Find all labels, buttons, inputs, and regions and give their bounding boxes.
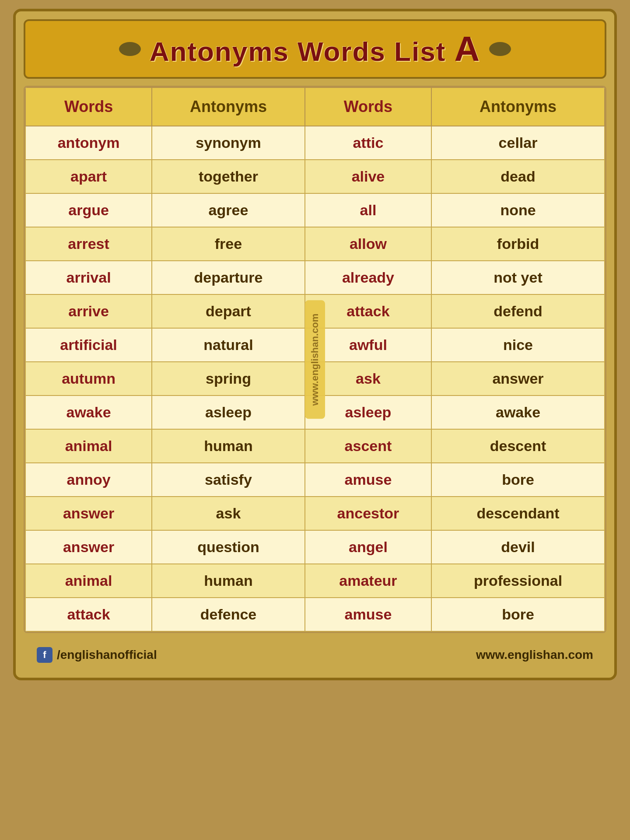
cell-10-3: bore: [431, 463, 605, 497]
footer-website: www.englishan.com: [476, 648, 593, 662]
col-header-words2: Words: [305, 88, 431, 126]
social-handle: /englishanofficial: [57, 648, 157, 662]
cell-8-1: asleep: [152, 396, 305, 429]
cell-3-2: allow: [305, 227, 431, 261]
cell-12-0: answer: [25, 530, 152, 564]
cell-7-3: answer: [431, 362, 605, 396]
cell-2-2: all: [305, 193, 431, 227]
cell-9-2: ascent: [305, 429, 431, 463]
cell-10-1: satisfy: [152, 463, 305, 497]
table-row: autumnspringaskanswer: [25, 362, 605, 396]
cell-2-0: argue: [25, 193, 152, 227]
cell-4-1: departure: [152, 261, 305, 294]
cell-3-1: free: [152, 227, 305, 261]
cell-12-3: devil: [431, 530, 605, 564]
cell-7-2: ask: [305, 362, 431, 396]
cell-0-1: synonym: [152, 126, 305, 160]
cell-13-3: professional: [431, 564, 605, 598]
footer: f /englishanofficial www.englishan.com: [24, 640, 606, 670]
cell-0-0: antonym: [25, 126, 152, 160]
footer-left: f /englishanofficial: [37, 647, 157, 663]
cell-6-3: nice: [431, 328, 605, 362]
table-row: argueagreeallnone: [25, 193, 605, 227]
cell-8-3: awake: [431, 396, 605, 429]
table-wrapper: www.englishan.com Words Antonyms Words A…: [24, 86, 606, 633]
table-row: animalhumanamateurprofessional: [25, 564, 605, 598]
cell-12-2: angel: [305, 530, 431, 564]
cell-1-3: dead: [431, 160, 605, 193]
table-row: awakeasleepasleepawake: [25, 396, 605, 429]
cell-11-2: ancestor: [305, 497, 431, 530]
cell-0-2: attic: [305, 126, 431, 160]
cell-11-1: ask: [152, 497, 305, 530]
col-header-words1: Words: [25, 88, 152, 126]
facebook-icon: f: [37, 647, 52, 663]
cell-0-3: cellar: [431, 126, 605, 160]
cell-14-0: attack: [25, 598, 152, 631]
cell-1-0: apart: [25, 160, 152, 193]
table-row: arrivaldeparturealreadynot yet: [25, 261, 605, 294]
right-oval: [489, 42, 511, 56]
cell-14-2: amuse: [305, 598, 431, 631]
cell-9-3: descent: [431, 429, 605, 463]
cell-10-0: annoy: [25, 463, 152, 497]
cell-7-0: autumn: [25, 362, 152, 396]
col-header-antonyms2: Antonyms: [431, 88, 605, 126]
cell-6-1: natural: [152, 328, 305, 362]
table-header-row: Words Antonyms Words Antonyms: [25, 88, 605, 126]
cell-9-0: animal: [25, 429, 152, 463]
cell-2-1: agree: [152, 193, 305, 227]
cell-5-2: attack: [305, 294, 431, 328]
cell-13-1: human: [152, 564, 305, 598]
antonyms-table: Words Antonyms Words Antonyms antonymsyn…: [25, 87, 605, 632]
table-row: antonymsynonymatticcellar: [25, 126, 605, 160]
cell-13-2: amateur: [305, 564, 431, 598]
table-row: arrivedepartattackdefend: [25, 294, 605, 328]
cell-4-3: not yet: [431, 261, 605, 294]
col-header-antonyms1: Antonyms: [152, 88, 305, 126]
cell-3-3: forbid: [431, 227, 605, 261]
cell-5-1: depart: [152, 294, 305, 328]
cell-4-2: already: [305, 261, 431, 294]
table-row: answeraskancestordescendant: [25, 497, 605, 530]
table-row: animalhumanascentdescent: [25, 429, 605, 463]
cell-13-0: animal: [25, 564, 152, 598]
cell-8-2: asleep: [305, 396, 431, 429]
cell-6-2: awful: [305, 328, 431, 362]
table-row: arrestfreeallowforbid: [25, 227, 605, 261]
table-row: artificialnaturalawfulnice: [25, 328, 605, 362]
table-row: answerquestionangeldevil: [25, 530, 605, 564]
cell-3-0: arrest: [25, 227, 152, 261]
title-letter: A: [455, 29, 481, 68]
table-row: attackdefenceamusebore: [25, 598, 605, 631]
cell-9-1: human: [152, 429, 305, 463]
cell-10-2: amuse: [305, 463, 431, 497]
cell-1-1: together: [152, 160, 305, 193]
cell-4-0: arrival: [25, 261, 152, 294]
cell-7-1: spring: [152, 362, 305, 396]
left-oval: [119, 42, 141, 56]
cell-14-1: defence: [152, 598, 305, 631]
cell-5-3: defend: [431, 294, 605, 328]
cell-8-0: awake: [25, 396, 152, 429]
title-prefix: Antonyms Words List: [150, 36, 446, 66]
table-row: annoysatisfyamusebore: [25, 463, 605, 497]
cell-11-0: answer: [25, 497, 152, 530]
cell-1-2: alive: [305, 160, 431, 193]
title-bar: Antonyms Words List A: [24, 19, 606, 79]
cell-11-3: descendant: [431, 497, 605, 530]
cell-6-0: artificial: [25, 328, 152, 362]
main-container: Antonyms Words List A www.englishan.com …: [13, 9, 617, 680]
cell-14-3: bore: [431, 598, 605, 631]
cell-2-3: none: [431, 193, 605, 227]
cell-12-1: question: [152, 530, 305, 564]
table-row: aparttogetheralivedead: [25, 160, 605, 193]
cell-5-0: arrive: [25, 294, 152, 328]
title-text: Antonyms Words List A: [150, 29, 481, 69]
